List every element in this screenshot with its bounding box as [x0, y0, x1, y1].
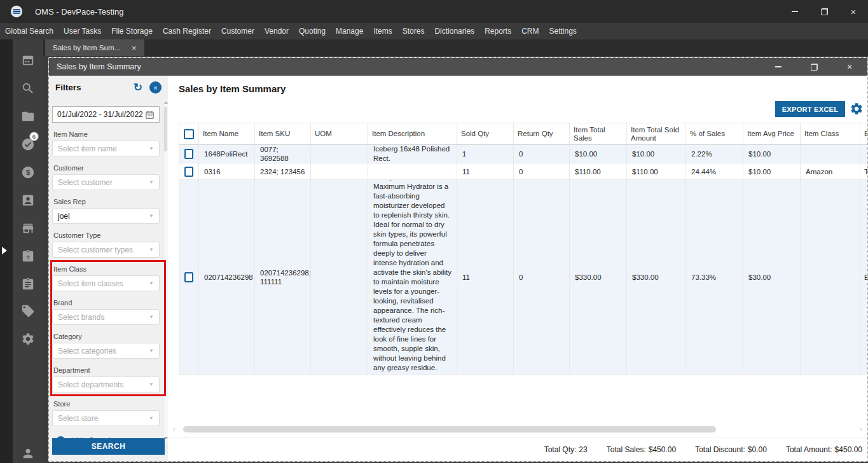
department-select[interactable]: Select departments▼ — [52, 377, 160, 392]
scroll-right-icon[interactable]: › — [857, 425, 865, 433]
cell-item-description — [368, 163, 457, 180]
menu-items[interactable]: Items — [368, 23, 397, 39]
menu-reports[interactable]: Reports — [479, 23, 516, 39]
settings-gear-icon[interactable] — [21, 332, 35, 346]
filters-close-icon[interactable]: × — [149, 81, 162, 93]
money-icon[interactable]: $ — [21, 165, 35, 179]
cell-item-sku: 0077; 3692588 — [255, 145, 311, 163]
app-minimize-button[interactable] — [780, 0, 809, 23]
app-close-button[interactable]: × — [839, 0, 868, 23]
horizontal-scrollbar[interactable]: ‹ › — [170, 425, 865, 433]
collapsed-panel-rail — [0, 39, 13, 463]
row-checkbox[interactable] — [184, 272, 193, 282]
filters-scrollbar[interactable] — [163, 99, 168, 441]
store-label: Store — [53, 400, 158, 408]
col-return-qty[interactable]: Return Qty — [514, 123, 570, 145]
total-discount: Total Discount:$0.00 — [695, 445, 767, 454]
filters-scrollbar-thumb[interactable] — [164, 107, 167, 151]
menu-settings[interactable]: Settings — [544, 23, 581, 39]
col-item-total-sales[interactable]: Item Total Sales — [570, 123, 627, 145]
department-label: Department — [53, 366, 158, 374]
customer-type-placeholder: Select customer types — [58, 245, 133, 254]
menu-global-search[interactable]: Global Search — [0, 23, 59, 39]
item-name-select[interactable]: Select item name▼ — [52, 141, 160, 156]
window-restore-button[interactable] — [796, 58, 832, 76]
clipboard-list-icon[interactable] — [21, 277, 35, 291]
col-sold-qty[interactable]: Sold Qty — [457, 123, 514, 145]
calendar-icon[interactable] — [145, 110, 155, 120]
menu-dictionaries[interactable]: Dictionaries — [429, 23, 479, 39]
search-button[interactable]: SEARCH — [52, 438, 165, 455]
menu-user-tasks[interactable]: User Tasks — [59, 23, 106, 39]
chevron-down-icon: ▼ — [149, 179, 154, 185]
menu-vendor[interactable]: Vendor — [259, 23, 294, 39]
user-icon[interactable] — [21, 446, 35, 460]
export-excel-button[interactable]: EXPORT EXCEL — [775, 101, 845, 117]
row-checkbox[interactable] — [184, 149, 193, 159]
grid-settings-gear-icon[interactable] — [850, 102, 864, 116]
totals-footer: Total Qty:23 Total Sales:$450.00 Total D… — [168, 438, 867, 461]
menu-customer[interactable]: Customer — [216, 23, 259, 39]
report-main-area: Sales by Item Summary EXPORT EXCEL Item … — [168, 76, 867, 461]
col-item-class[interactable]: Item Class — [801, 123, 860, 145]
menu-quoting[interactable]: Quoting — [294, 23, 331, 39]
table-row[interactable]: 1648PoliRect 0077; 3692588 Iceberg 16x48… — [179, 145, 867, 163]
store-icon[interactable] — [21, 221, 35, 235]
sales-rep-label: Sales Rep — [53, 198, 158, 205]
window-minimize-button[interactable] — [761, 58, 796, 76]
col-item-total-sold-amount[interactable]: Item Total Sold Amount — [627, 123, 686, 145]
chevron-down-icon: ▼ — [149, 415, 154, 421]
app-logo-icon — [10, 4, 24, 18]
customer-select[interactable]: Select customer▼ — [52, 174, 160, 190]
page-title: Sales by Item Summary — [179, 83, 286, 94]
select-all-checkbox[interactable] — [184, 129, 194, 139]
cell-item-total-sales: $10.00 — [570, 145, 627, 163]
tab-close-icon[interactable]: × — [132, 44, 137, 52]
tag-icon[interactable] — [21, 304, 35, 318]
category-select[interactable]: Select categories▼ — [52, 343, 160, 359]
folder-icon[interactable] — [21, 109, 35, 123]
col-item-sku[interactable]: Item SKU — [255, 123, 311, 145]
sales-rep-select[interactable]: joel▼ — [52, 208, 160, 224]
col-uom[interactable]: UOM — [311, 123, 368, 145]
clipboard-question-icon[interactable]: ? — [21, 249, 35, 263]
menu-stores[interactable]: Stores — [397, 23, 430, 39]
cell-item-name: 020714236298 — [199, 180, 255, 375]
row-checkbox[interactable] — [184, 167, 193, 177]
horizontal-scrollbar-track[interactable] — [178, 426, 857, 432]
store-select[interactable]: Select store▼ — [52, 410, 160, 426]
col-clipped[interactable]: B — [860, 123, 867, 145]
item-class-placeholder: Select item classes — [58, 279, 123, 288]
item-class-select[interactable]: Select item classes▼ — [52, 275, 160, 291]
scroll-left-icon[interactable]: ‹ — [170, 425, 178, 433]
menu-crm[interactable]: CRM — [516, 23, 544, 39]
col-item-name[interactable]: Item Name — [199, 123, 255, 145]
col-item-description[interactable]: Item Description — [368, 123, 457, 145]
menu-file-storage[interactable]: File Storage — [106, 23, 158, 39]
refresh-icon[interactable]: ↻ — [134, 82, 142, 93]
tab-sales-by-item-summary[interactable]: Sales by Item Sum... × — [45, 39, 144, 56]
window-titlebar: Sales by Item Summary × — [49, 58, 867, 76]
tabbar: Sales by Item Sum... × — [43, 39, 868, 56]
table-row[interactable]: 020714236298 020714236298; 111111 Cliniq… — [179, 180, 867, 375]
search-icon[interactable] — [21, 81, 35, 95]
minimize-icon — [792, 11, 798, 12]
cell-item-class — [801, 180, 860, 375]
date-range-field[interactable]: 01/Jul/2022 - 31/Jul/2022 — [52, 106, 160, 123]
menu-manage[interactable]: Manage — [331, 23, 368, 39]
date-range-value: 01/Jul/2022 - 31/Jul/2022 — [57, 110, 143, 119]
brand-select[interactable]: Select brands▼ — [52, 309, 160, 325]
contact-card-icon[interactable] — [21, 193, 35, 207]
expand-arrow-icon[interactable] — [2, 247, 7, 254]
report-window: Sales by Item Summary × Filters ↻ × 01/J… — [48, 57, 868, 462]
cell-uom — [311, 145, 368, 163]
dashboard-icon[interactable] — [21, 53, 35, 67]
col-item-avg-price[interactable]: Item Avg Price — [743, 123, 801, 145]
table-row[interactable]: 0316 2324; 123456 11 0 $110.00 $110.00 2… — [179, 163, 867, 180]
customer-type-select[interactable]: Select customer types▼ — [52, 242, 160, 258]
horizontal-scrollbar-thumb[interactable] — [183, 426, 716, 432]
col-pct-of-sales[interactable]: % of Sales — [686, 123, 743, 145]
menu-cash-register[interactable]: Cash Register — [158, 23, 216, 39]
app-restore-button[interactable] — [809, 0, 839, 23]
window-close-button[interactable]: × — [832, 58, 867, 76]
